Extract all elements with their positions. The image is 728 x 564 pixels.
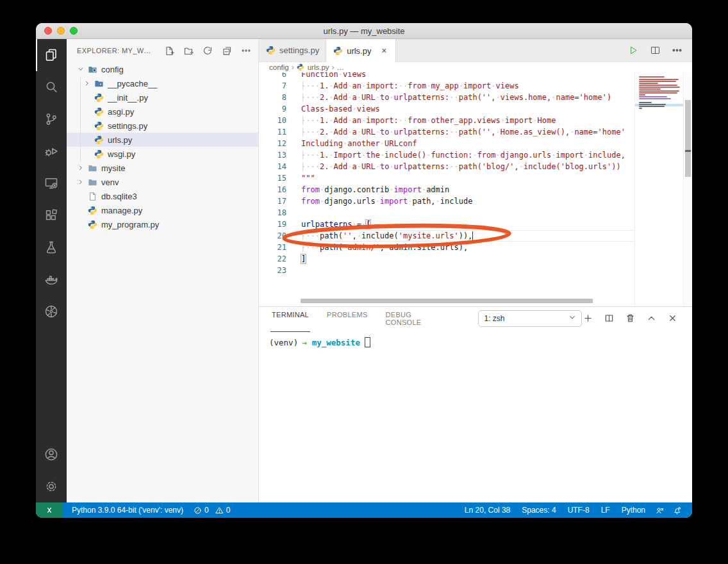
tree-item-venv[interactable]: venv xyxy=(67,175,258,189)
code-line-7[interactable]: 7····1.·Add·an·import:··from·my_app·impo… xyxy=(259,80,634,92)
code-text: ····2.·Add·a·URL·to·urlpatterns:··path('… xyxy=(295,93,634,102)
python-interpreter-selector[interactable]: Python 3.9.0 64-bit ('venv': venv) xyxy=(63,502,188,518)
tree-item-urls-py[interactable]: urls.py xyxy=(67,133,258,147)
close-window-button[interactable] xyxy=(44,27,52,35)
tree-item-asgi-py[interactable]: asgi.py xyxy=(67,104,258,119)
code-line-14[interactable]: 14····2.·Add·a·URL·to·urlpatterns:··path… xyxy=(259,161,634,172)
breadcrumb-item[interactable]: config xyxy=(269,63,289,71)
remote-indicator[interactable] xyxy=(36,502,63,518)
code-line-22[interactable]: 22] xyxy=(259,253,634,265)
activity-bar-search-icon[interactable] xyxy=(36,71,67,103)
tree-item-manage-py[interactable]: manage.py xyxy=(67,203,258,217)
terminal-content[interactable]: (venv)→my_website xyxy=(259,329,692,502)
run-icon[interactable] xyxy=(627,44,640,57)
problems-indicator[interactable]: 00 xyxy=(188,502,235,518)
maximize-panel-icon[interactable] xyxy=(645,313,657,324)
breadcrumb-item[interactable]: … xyxy=(337,63,345,71)
close-tab-icon[interactable]: × xyxy=(379,46,389,56)
tree-item--pycache-[interactable]: __pycache__ xyxy=(67,76,258,90)
code-line-16[interactable]: 16from·django.contrib·import·admin xyxy=(259,184,634,195)
activity-bar-extensions-icon[interactable] xyxy=(36,199,67,231)
activity-bar xyxy=(36,39,67,502)
status-indentation[interactable]: Spaces: 4 xyxy=(516,502,561,518)
code-line-15[interactable]: 15""" xyxy=(259,172,634,184)
chevron-right-icon[interactable] xyxy=(76,177,86,187)
code-line-9[interactable]: 9Class-based·views xyxy=(259,103,634,115)
split-editor-icon[interactable] xyxy=(649,44,661,57)
tab-urls-py[interactable]: urls.py× xyxy=(326,39,396,62)
chevron-down-icon[interactable] xyxy=(76,64,86,74)
prompt-arrow-icon: → xyxy=(302,338,307,347)
code-line-23[interactable]: 23 xyxy=(259,265,634,276)
more-actions-icon[interactable] xyxy=(240,45,252,56)
more-actions-icon[interactable] xyxy=(670,44,683,57)
code-line-12[interactable]: 12Including·another·URLconf xyxy=(259,138,634,149)
status-cursor-position[interactable]: Ln 20, Col 38 xyxy=(459,502,516,518)
kill-terminal-icon[interactable] xyxy=(624,313,636,324)
python-icon xyxy=(94,149,104,159)
panel-tab-debug-console[interactable]: DEBUG CONSOLE xyxy=(385,305,433,332)
code-line-8[interactable]: 8····2.·Add·a·URL·to·urlpatterns:··path(… xyxy=(259,92,634,103)
terminal-shell-select[interactable]: 1: zsh xyxy=(478,310,582,327)
line-number: 20 xyxy=(259,231,295,240)
code-line-13[interactable]: 13····1.·Import·the·include()·function:·… xyxy=(259,149,634,161)
code-line-21[interactable]: 21····path('admin/',·admin.site.urls), xyxy=(259,242,634,253)
tree-item-config[interactable]: config xyxy=(67,62,258,76)
breadcrumb-item[interactable]: urls.py xyxy=(308,63,329,71)
code-text: from·django.contrib·import·admin xyxy=(295,185,634,194)
new-folder-icon[interactable] xyxy=(183,45,194,56)
tree-item--init-py[interactable]: __init__.py xyxy=(67,90,258,104)
code-line-10[interactable]: 10····1.·Add·an·import:··from·other_app.… xyxy=(259,115,634,126)
vertical-scrollbar[interactable] xyxy=(683,72,692,306)
horizontal-scrollbar-thumb[interactable] xyxy=(301,299,593,303)
zoom-window-button[interactable] xyxy=(70,27,78,35)
bell-icon[interactable] xyxy=(668,502,686,518)
close-panel-icon[interactable] xyxy=(666,313,678,324)
code-line-17[interactable]: 17from·django.urls·import·path,·include xyxy=(259,195,634,207)
minimize-window-button[interactable] xyxy=(57,27,65,35)
code-line-18[interactable]: 18 xyxy=(259,207,634,219)
activity-bar-explorer-icon[interactable] xyxy=(36,39,67,71)
code-line-6[interactable]: 6Function·views xyxy=(259,72,634,80)
code-line-20[interactable]: 20····path('',·include('mysite.urls')), xyxy=(259,230,634,242)
tree-item-settings-py[interactable]: settings.py xyxy=(67,119,258,133)
breadcrumb-separator: › xyxy=(292,63,294,72)
activity-bar-remote-explorer-icon[interactable] xyxy=(36,167,67,199)
tree-item-wsgi-py[interactable]: wsgi.py xyxy=(67,147,258,161)
activity-bar-kubernetes-icon[interactable] xyxy=(36,295,67,328)
tree-item-label: __init__.py xyxy=(108,93,148,103)
chevron-right-icon[interactable] xyxy=(82,78,92,88)
status-encoding[interactable]: UTF-8 xyxy=(562,502,595,518)
code-line-11[interactable]: 11····2.·Add·a·URL·to·urlpatterns:··path… xyxy=(259,126,634,138)
tree-item-db-sqlite3[interactable]: db.sqlite3 xyxy=(67,189,258,203)
new-file-icon[interactable] xyxy=(163,45,175,56)
activity-bar-account-icon[interactable] xyxy=(36,438,67,470)
new-terminal-icon[interactable] xyxy=(582,313,593,324)
status-eol-sequence[interactable]: LF xyxy=(595,502,616,518)
feedback-icon[interactable] xyxy=(651,502,668,518)
activity-bar-source-control-icon[interactable] xyxy=(36,103,67,135)
explorer-sidebar: EXPLORER: MY_W… config__pycache____init_… xyxy=(67,39,259,502)
tab-settings-py[interactable]: settings.py xyxy=(259,39,326,62)
panel-tab-problems[interactable]: PROBLEMS xyxy=(326,305,369,332)
collapse-all-icon[interactable] xyxy=(221,45,233,56)
panel-tab-terminal[interactable]: TERMINAL xyxy=(270,305,310,332)
split-terminal-icon[interactable] xyxy=(603,313,615,324)
code-line-19[interactable]: 19urlpatterns·=·[ xyxy=(259,219,634,230)
activity-bar-run-debug-icon[interactable] xyxy=(36,135,67,167)
tree-item-label: __pycache__ xyxy=(108,79,157,88)
refresh-icon[interactable] xyxy=(202,45,213,56)
tree-item-label: my_program.py xyxy=(101,220,159,229)
horizontal-scrollbar[interactable] xyxy=(259,299,634,303)
activity-bar-settings-gear-icon[interactable] xyxy=(36,470,67,502)
vertical-scrollbar-thumb[interactable] xyxy=(685,100,691,177)
status-language-mode[interactable]: Python xyxy=(616,502,651,518)
activity-bar-docker-icon[interactable] xyxy=(36,263,67,295)
activity-bar-test-beaker-icon[interactable] xyxy=(36,231,67,263)
tree-item-my-program-py[interactable]: my_program.py xyxy=(67,217,258,231)
chevron-right-icon[interactable] xyxy=(76,163,86,173)
minimap[interactable] xyxy=(634,72,683,306)
indent-guide xyxy=(302,243,303,252)
tree-item-mysite[interactable]: mysite xyxy=(67,161,258,175)
code-editor[interactable]: 6Function·views7····1.·Add·an·import:··f… xyxy=(259,72,692,306)
